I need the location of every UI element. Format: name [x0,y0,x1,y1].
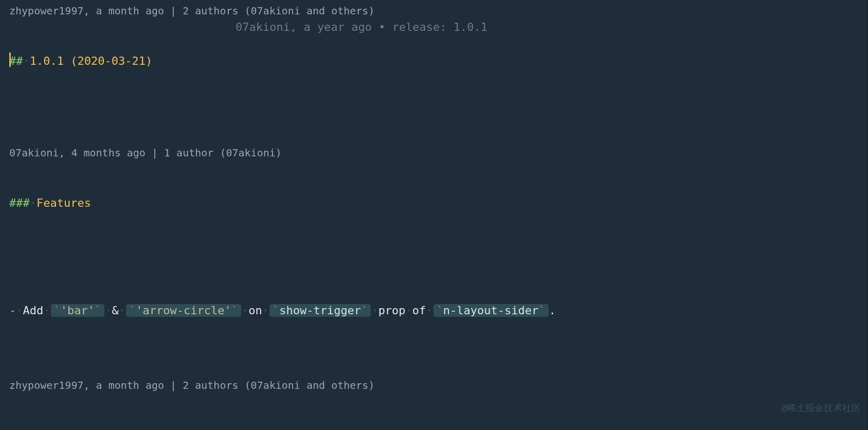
editor-viewport[interactable]: zhypower1997, a month ago | 2 authors (0… [0,0,868,430]
text-token: of [412,304,426,317]
whitespace-dot: · [371,304,378,317]
whitespace-dot: · [30,196,37,209]
markdown-heading-text: Features [37,196,91,209]
whitespace-dot: · [16,304,23,317]
list-item[interactable]: -·Add·`'bar'`·&·`'arrow-circle'`·on·`sho… [9,302,868,319]
git-blame-annotation[interactable]: 07akioni, 4 months ago | 1 author (07aki… [9,143,868,160]
whitespace-dot: · [262,304,269,317]
heading-container[interactable]: ###·Features [9,194,868,211]
markdown-heading-mark: ### [9,196,30,209]
inline-code: `n-layout-sider` [433,303,549,317]
whitespace-dot: · [119,304,125,317]
heading-container[interactable]: ###·Fixes [9,427,868,430]
whitespace-dot: · [406,304,412,317]
whitespace-dot: · [426,304,432,317]
whitespace-dot: · [23,55,30,67]
inline-code: `'bar'` [50,303,105,317]
text-token: on [248,304,262,317]
inline-git-lens[interactable]: 07akioni, a year ago • release: 1.0.1 [236,19,487,35]
text-token: Add [23,304,44,317]
whitespace-dot: · [242,304,248,317]
inline-code: `'arrow-circle'` [125,303,242,317]
git-blame-annotation[interactable]: zhypower1997, a month ago | 2 authors (0… [9,375,868,393]
text-token: prop [378,304,406,317]
text-token: & [112,304,118,317]
code-line[interactable]: ##·1.0.1 (2020-03-21) 07akioni, a year a… [9,19,868,120]
whitespace-dot: · [43,304,50,317]
markdown-heading-mark: ## [9,55,23,67]
watermark-text: @稀土掘金技术社区 [781,401,861,415]
markdown-heading-text: 1.0.1 (2020-03-21) [30,55,152,67]
git-blame-annotation[interactable]: zhypower1997, a month ago | 2 authors (0… [9,1,868,19]
code-line[interactable]: ###·Features [9,160,868,245]
heading-container[interactable]: ##·1.0.1 (2020-03-21) [9,52,868,69]
list-dash: - [9,304,16,317]
code-line[interactable]: ###·Fixes [9,393,868,430]
code-line[interactable]: -·Add·`'bar'`·&·`'arrow-circle'`·on·`sho… [9,268,868,353]
inline-code: `show-trigger` [269,303,371,317]
whitespace-dot: · [105,304,112,317]
text-token: . [549,304,556,317]
